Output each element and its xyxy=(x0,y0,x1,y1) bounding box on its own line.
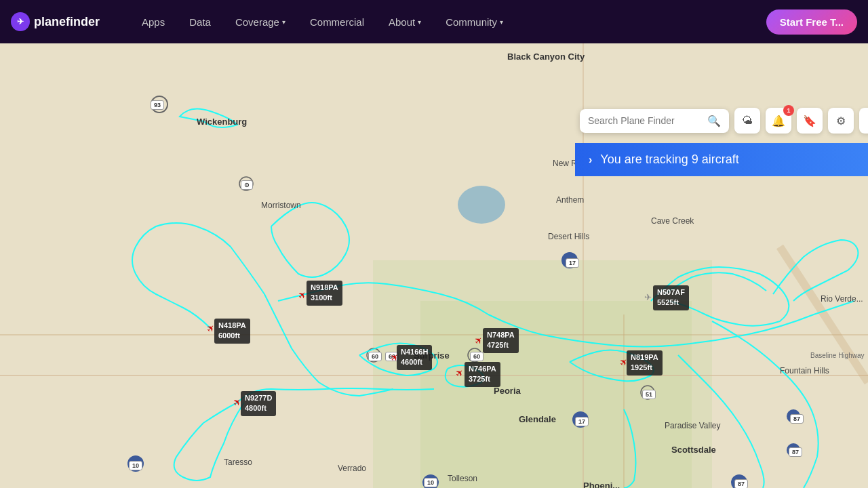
nav-apps-label: Apps xyxy=(142,16,165,28)
nav-item-coverage[interactable]: Coverage ▾ xyxy=(226,11,295,33)
aircraft-label-n418pa[interactable]: N418PA 6000ft xyxy=(214,319,250,344)
aircraft-alt: 3725ft xyxy=(469,374,490,384)
aircraft-id: N4166H xyxy=(401,347,428,357)
nav-item-commercial[interactable]: Commercial xyxy=(300,11,374,33)
aircraft-alt: 5525ft xyxy=(657,298,679,308)
road-17b: 17 xyxy=(575,417,589,426)
road-10b: 10 xyxy=(424,478,437,487)
road-93: 93 xyxy=(151,100,164,110)
chevron-right-icon: › xyxy=(589,154,592,166)
road-87c: 87 xyxy=(790,414,804,424)
map[interactable]: Black Canyon City New River Anthem Cave … xyxy=(0,43,868,488)
road-51: 51 xyxy=(642,390,656,399)
aircraft-alt: 6000ft xyxy=(218,331,240,341)
nav-item-about[interactable]: About ▾ xyxy=(379,11,431,33)
road-10: 10 xyxy=(129,461,142,470)
notification-badge: 1 xyxy=(783,105,794,116)
tracking-banner[interactable]: › You are tracking 9 aircraft xyxy=(575,143,868,176)
aircraft-label-n819pa[interactable]: N819PA 1925ft xyxy=(627,350,663,375)
aircraft-id: N9277D xyxy=(245,393,272,403)
aircraft-label-n748pa[interactable]: N748PA 4725ft xyxy=(483,328,519,353)
bell-icon: 🔔 xyxy=(772,115,785,127)
bookmark-icon: 🔖 xyxy=(803,115,816,127)
tracking-banner-text: You are tracking 9 aircraft xyxy=(600,152,738,167)
nav-about-label: About xyxy=(389,16,415,28)
aircraft-alt: 4600ft xyxy=(401,357,422,367)
search-input[interactable] xyxy=(588,115,707,126)
menu-button[interactable]: ☰ xyxy=(859,108,868,134)
search-input-wrapper[interactable]: 🔍 xyxy=(580,109,729,133)
road-87b: 87 xyxy=(789,447,802,457)
aircraft-alt: 3100ft xyxy=(311,293,332,303)
aircraft-alt: 4800ft xyxy=(245,403,267,413)
aircraft-alt: 4725ft xyxy=(487,340,509,350)
road-60: 60 xyxy=(368,352,382,361)
chevron-down-icon-community: ▾ xyxy=(500,18,503,26)
aircraft-id: N746PA xyxy=(469,364,496,374)
nav-coverage-label: Coverage xyxy=(235,16,279,28)
aircraft-id: N418PA xyxy=(218,321,246,331)
aircraft-id: N819PA xyxy=(631,352,658,363)
road-17: 17 xyxy=(566,258,579,268)
aircraft-id: N507AF xyxy=(657,287,685,298)
navigation: ✈ planefinder Apps Data Coverage ▾ Comme… xyxy=(0,0,868,43)
road-circle-1: ⊙ xyxy=(241,180,253,190)
chevron-down-icon: ▾ xyxy=(282,18,285,26)
aircraft-label-n507af[interactable]: N507AF 5525ft xyxy=(653,285,689,310)
svg-point-3 xyxy=(458,186,505,224)
nav-item-data[interactable]: Data xyxy=(180,11,220,33)
weather-icon: 🌤 xyxy=(742,115,753,127)
logo-text: planefinder xyxy=(34,15,100,29)
nav-links: Apps Data Coverage ▾ Commercial About ▾ … xyxy=(132,11,766,33)
aircraft-alt: 1925ft xyxy=(631,363,652,373)
aircraft-id: N918PA xyxy=(311,283,338,293)
gear-icon: ⚙ xyxy=(836,115,846,127)
aircraft-id: N748PA xyxy=(487,330,515,340)
aircraft-label-n918pa[interactable]: N918PA 3100ft xyxy=(307,281,342,306)
nav-community-label: Community xyxy=(446,16,497,28)
aircraft-icon-n507af[interactable]: ✈ xyxy=(644,292,652,302)
search-bar: 🔍 🌤 🔔 1 🔖 ⚙ ☰ xyxy=(580,108,868,134)
aircraft-label-n4166h[interactable]: N4166H 4600ft xyxy=(397,345,432,370)
aircraft-label-n746pa[interactable]: N746PA 3725ft xyxy=(465,362,500,387)
start-free-button[interactable]: Start Free T... xyxy=(766,9,857,35)
settings-button[interactable]: ⚙ xyxy=(828,108,854,134)
logo-icon: ✈ xyxy=(11,12,30,31)
notifications-button[interactable]: 🔔 1 xyxy=(766,108,791,134)
weather-button[interactable]: 🌤 xyxy=(734,108,760,134)
logo[interactable]: ✈ planefinder xyxy=(11,12,100,31)
nav-commercial-label: Commercial xyxy=(310,16,364,28)
chevron-down-icon-about: ▾ xyxy=(418,18,421,26)
road-60c: 60 xyxy=(470,352,484,361)
nav-item-community[interactable]: Community ▾ xyxy=(436,11,513,33)
search-icon: 🔍 xyxy=(707,115,721,127)
nav-item-apps[interactable]: Apps xyxy=(132,11,174,33)
bookmark-button[interactable]: 🔖 xyxy=(797,108,823,134)
nav-data-label: Data xyxy=(189,16,211,28)
aircraft-label-n9277d[interactable]: N9277D 4800ft xyxy=(241,391,276,416)
road-87: 87 xyxy=(734,479,748,488)
